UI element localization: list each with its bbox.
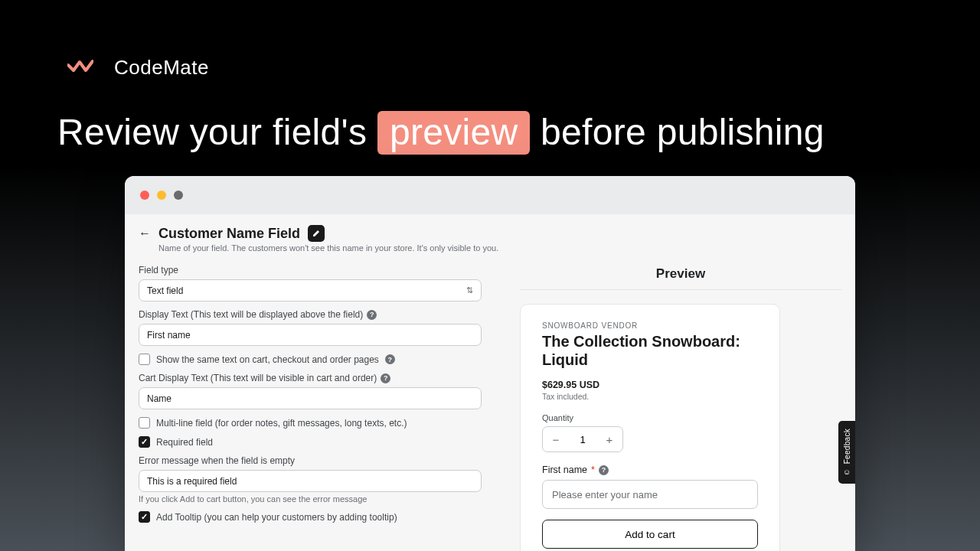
page-title: Customer Name Field [158,226,300,242]
tooltip-label: Add Tooltip (you can help your customers… [156,512,397,523]
traffic-light-minimize[interactable] [157,191,166,200]
product-title: The Collection Snowboard: Liquid [542,332,758,369]
preview-divider [520,289,841,290]
field-type-value: Text field [147,285,183,296]
error-message-input[interactable] [139,470,482,492]
chevron-updown-icon: ⇅ [466,285,473,295]
product-price: $629.95 USD [542,380,758,390]
cart-display-input[interactable] [139,387,482,409]
quantity-decrease-button[interactable]: − [543,426,569,452]
display-text-input[interactable] [139,324,482,346]
required-label: Required field [156,437,213,448]
app-window: ← Customer Name Field Name of your field… [125,176,855,551]
help-icon[interactable]: ? [381,373,390,383]
traffic-light-zoom[interactable] [174,191,183,200]
product-vendor: SNOWBOARD VENDOR [542,321,758,330]
same-text-label: Show the same text on cart, checkout and… [156,354,379,365]
tax-note: Tax included. [542,392,758,401]
hero-headline: Review your field's preview before publi… [57,111,942,155]
feedback-tab[interactable]: Feedback ☺ [838,421,855,484]
page-subtitle: Name of your field. The customers won't … [158,243,841,253]
brand-name: CodeMate [114,56,209,80]
cart-display-label: Cart Display Text (This text will be vis… [139,373,377,383]
field-type-select[interactable]: Text field ⇅ [139,279,482,302]
error-message-label: Error message when the field is empty [139,455,482,466]
required-checkbox[interactable] [139,436,150,448]
custom-field-input[interactable]: Please enter your name [542,480,758,509]
field-type-label: Field type [139,265,482,276]
error-hint: If you click Add to cart button, you can… [139,494,482,504]
multiline-label: Multi-line field (for order notes, gift … [156,418,407,429]
brand-logo-icon [67,59,93,76]
tooltip-checkbox[interactable] [139,511,150,523]
feedback-label: Feedback [843,429,851,464]
add-to-cart-label: Add to cart [625,529,675,540]
quantity-increase-button[interactable]: + [596,426,622,452]
feedback-icon: ☺ [843,468,851,476]
custom-field-placeholder: Please enter your name [552,489,658,500]
required-star: * [591,465,595,475]
back-arrow-icon[interactable]: ← [139,227,151,240]
quantity-value: 1 [569,434,596,445]
headline-after: before publishing [530,112,824,152]
window-titlebar [125,176,855,214]
headline-before: Review your field's [57,112,377,152]
add-to-cart-button[interactable]: Add to cart [542,520,758,549]
multiline-checkbox[interactable] [139,417,150,429]
quantity-label: Quantity [542,413,758,422]
custom-field-label: First name [542,465,587,475]
edit-title-button[interactable] [308,225,325,242]
pencil-icon [312,229,321,238]
help-icon[interactable]: ? [367,310,377,320]
display-text-label: Display Text (This text will be displaye… [139,309,363,320]
preview-card: SNOWBOARD VENDOR The Collection Snowboar… [520,304,780,551]
same-text-checkbox[interactable] [139,354,150,365]
help-icon[interactable]: ? [599,465,609,475]
quantity-stepper: − 1 + [542,426,623,452]
headline-highlight: preview [377,111,531,155]
help-icon[interactable]: ? [385,354,395,364]
brand-logo [57,46,103,89]
traffic-light-close[interactable] [140,191,149,200]
preview-heading: Preview [520,263,841,289]
